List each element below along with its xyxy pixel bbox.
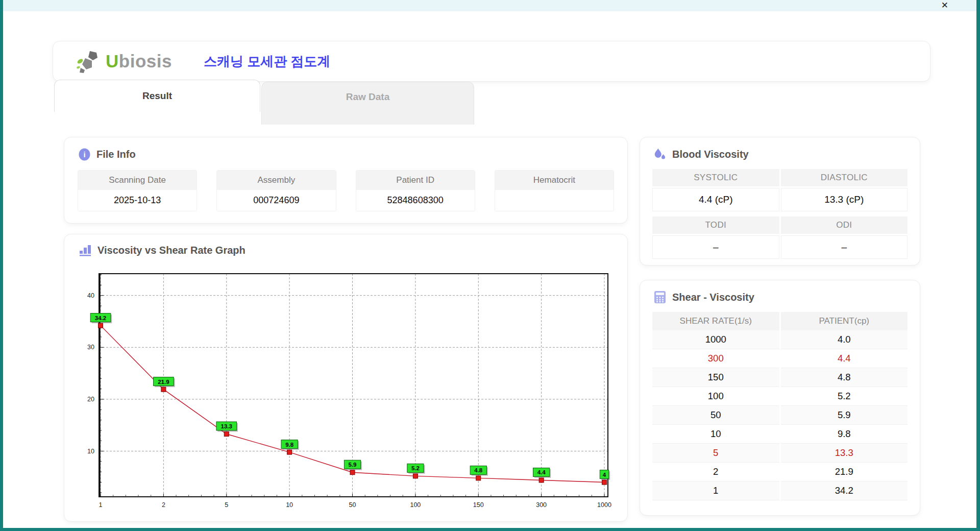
systolic-value: 4.4 (cP): [652, 188, 779, 211]
svg-text:300: 300: [536, 501, 547, 509]
diastolic-value: 13.3 (cP): [781, 188, 908, 211]
app-window: ✕ Ubiosis 스캐닝 모세관 점도계 Result Raw Data: [0, 0, 980, 531]
ubiosis-logo: Ubiosis: [76, 49, 172, 74]
odi-value: –: [781, 235, 908, 259]
shear-viscosity-card: Shear - Viscosity SHEAR RATE(1/s) PATIEN…: [640, 280, 920, 516]
svg-text:1000: 1000: [597, 501, 611, 509]
table-row: 134.2: [652, 481, 908, 500]
field-scanning-date: Scanning Date 2025-10-13: [78, 170, 197, 211]
table-row: 109.8: [652, 425, 908, 444]
odi-header: ODI: [781, 216, 908, 234]
svg-text:10: 10: [286, 501, 293, 509]
field-value: 000724609: [217, 190, 335, 211]
svg-text:21.9: 21.9: [158, 379, 169, 385]
svg-text:4: 4: [603, 472, 606, 478]
todi-header: TODI: [652, 216, 779, 234]
table-row: 513.3: [652, 444, 908, 463]
viscosity-graph-card: Viscosity vs Shear Rate Graph 1251050100…: [64, 234, 628, 522]
svg-text:34.2: 34.2: [95, 315, 106, 321]
viscosity-vs-shear-rate-chart: 125105010015030010001020304034.221.913.3…: [64, 234, 627, 520]
tab-result[interactable]: Result: [54, 80, 260, 112]
table-row: 3004.4: [652, 349, 908, 368]
calculator-icon: [653, 291, 667, 304]
water-drops-icon: [653, 148, 667, 161]
svg-text:5.9: 5.9: [349, 462, 357, 468]
field-value: 2025-10-13: [78, 190, 197, 211]
svg-text:5: 5: [225, 501, 228, 509]
info-icon: i: [78, 148, 91, 161]
svg-text:1: 1: [99, 501, 103, 509]
file-info-card: i File Info Scanning Date 2025-10-13 Ass…: [64, 137, 628, 224]
brand-text: Ubiosis: [106, 51, 172, 71]
svg-text:30: 30: [87, 344, 94, 351]
svg-text:9.8: 9.8: [285, 442, 294, 448]
tab-raw-data-label: Raw Data: [346, 91, 390, 103]
svg-text:10: 10: [87, 448, 94, 455]
table-row: 1504.8: [652, 368, 908, 387]
field-label: Assembly: [217, 171, 335, 190]
shear-viscosity-title: Shear - Viscosity: [653, 291, 920, 304]
ubiosis-logo-icon: [76, 49, 103, 74]
field-assembly: Assembly 000724609: [216, 170, 336, 211]
svg-text:13.3: 13.3: [221, 423, 232, 429]
table-row: 221.9: [652, 463, 908, 481]
window-frame-left: [0, 0, 3, 531]
blood-viscosity-title: Blood Viscosity: [653, 148, 920, 161]
file-info-fields: Scanning Date 2025-10-13 Assembly 000724…: [78, 170, 614, 211]
blood-viscosity-table: SYSTOLIC DIASTOLIC 4.4 (cP) 13.3 (cP) TO…: [652, 169, 908, 259]
svg-text:4.8: 4.8: [474, 467, 483, 473]
svg-text:100: 100: [410, 501, 421, 509]
shear-rate-column-header: SHEAR RATE(1/s): [652, 312, 779, 330]
shear-viscosity-table: SHEAR RATE(1/s) PATIENT(cp) 10004.0 3004…: [652, 312, 908, 500]
svg-text:40: 40: [87, 292, 94, 299]
table-row: 1005.2: [652, 387, 908, 406]
blood-viscosity-card: Blood Viscosity SYSTOLIC DIASTOLIC 4.4 (…: [640, 137, 920, 266]
svg-text:i: i: [83, 150, 85, 159]
table-row: 505.9: [652, 406, 908, 425]
svg-text:150: 150: [473, 501, 484, 509]
table-row: 10004.0: [652, 330, 908, 349]
file-info-title: i File Info: [78, 148, 627, 161]
window-frame-bottom: [0, 528, 980, 531]
todi-value: –: [652, 235, 779, 259]
tab-raw-data[interactable]: Raw Data: [261, 82, 474, 125]
window-frame-right: [976, 0, 980, 531]
close-icon[interactable]: ✕: [941, 1, 948, 11]
header-card: Ubiosis 스캐닝 모세관 점도계: [53, 41, 930, 82]
field-value: 52848608300: [356, 190, 475, 211]
field-hematocrit: Hematocrit: [495, 170, 614, 211]
diastolic-header: DIASTOLIC: [781, 169, 908, 186]
patient-column-header: PATIENT(cp): [781, 312, 908, 330]
tab-result-label: Result: [142, 90, 172, 102]
field-label: Patient ID: [356, 171, 475, 190]
page-title: 스캐닝 모세관 점도계: [204, 53, 330, 70]
field-patient-id: Patient ID 52848608300: [356, 170, 475, 211]
field-label: Scanning Date: [78, 171, 197, 190]
svg-text:4.4: 4.4: [537, 469, 546, 475]
window-titlebar: ✕: [0, 0, 980, 11]
svg-text:5.2: 5.2: [411, 465, 420, 471]
field-value: [495, 190, 614, 211]
svg-text:2: 2: [162, 501, 165, 509]
systolic-header: SYSTOLIC: [652, 169, 779, 186]
field-label: Hematocrit: [495, 171, 614, 190]
svg-text:50: 50: [349, 501, 356, 509]
svg-text:20: 20: [87, 396, 94, 403]
